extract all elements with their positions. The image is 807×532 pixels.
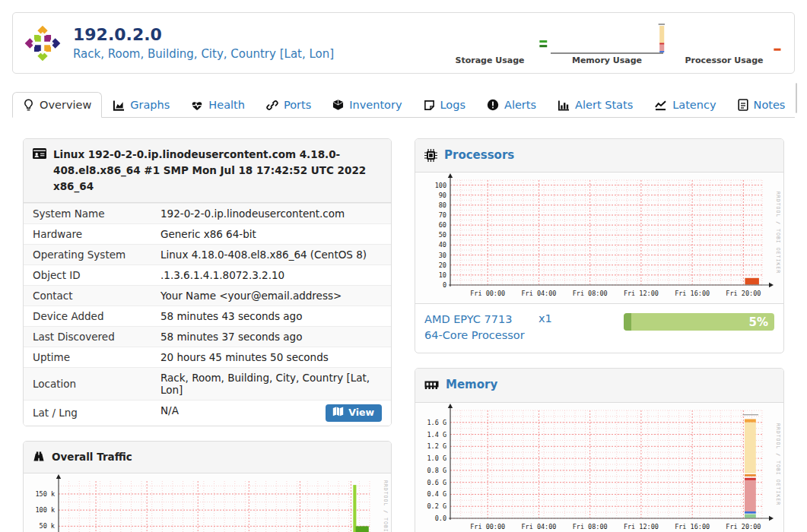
memory-panel-title: Memory — [446, 376, 497, 394]
cube-icon — [332, 99, 344, 111]
row-value: 192-0-2-0.ip.linodeusercontent.com — [151, 203, 391, 223]
spark-storage-icon — [432, 21, 548, 55]
svg-text:RRDTOOL / TOBI OETIKER: RRDTOOL / TOBI OETIKER — [775, 192, 781, 274]
svg-text:Fri 16:00: Fri 16:00 — [675, 523, 710, 530]
area-chart-icon — [113, 100, 125, 111]
overview-content: Linux 192-0-2-0.ip.linodeusercontent.com… — [0, 118, 807, 532]
table-row: Operating SystemLinux 4.18.0-408.el8.x86… — [24, 244, 391, 264]
row-value-text: 192-0-2-0.ip.linodeusercontent.com — [160, 207, 345, 220]
tab-logs[interactable]: Logs — [413, 92, 476, 118]
device-location-link[interactable]: Rack, Room, Building, City, Country [Lat… — [73, 47, 334, 62]
tab-alerts[interactable]: Alerts — [476, 92, 547, 118]
svg-text:100 k: 100 k — [35, 506, 55, 514]
tab-overview[interactable]: Overview — [12, 92, 102, 118]
spark-processor-icon — [666, 21, 782, 55]
heart-pulse-icon — [191, 100, 203, 111]
table-row: ContactYour Name <your@email.address> — [24, 285, 391, 306]
cpu-usage-label: 5% — [749, 315, 768, 329]
microchip-icon — [424, 149, 437, 162]
svg-text:80: 80 — [439, 201, 446, 209]
svg-text:Fri 04:00: Fri 04:00 — [521, 290, 556, 297]
row-value: 58 minutes 37 seconds ago — [151, 326, 391, 347]
tab-label: Inventory — [349, 99, 402, 111]
mini-graph-storage-usage[interactable]: Storage Usage — [432, 21, 548, 65]
row-label: Hardware — [24, 223, 151, 244]
cpu-name-line1: AMD EPYC 7713 — [424, 312, 539, 328]
tab-health[interactable]: Health — [180, 92, 256, 118]
processors-graph[interactable]: 0102030405060708090100Fri 00:00Fri 04:00… — [415, 173, 783, 303]
mini-graph-label: Memory Usage — [549, 55, 665, 65]
row-value: Your Name <your@email.address> — [151, 285, 391, 306]
svg-text:Fri 12:00: Fri 12:00 — [624, 290, 659, 297]
svg-text:60: 60 — [439, 221, 446, 229]
row-label: Last Discovered — [24, 326, 151, 347]
tab-graphs[interactable]: Graphs — [102, 92, 180, 118]
svg-text:1.6 G: 1.6 G — [427, 418, 446, 426]
svg-text:0.4 G: 0.4 G — [427, 490, 446, 498]
row-value-text: Generic x86 64-bit — [160, 228, 256, 240]
row-value: Generic x86 64-bit — [151, 223, 391, 244]
svg-text:150 k: 150 k — [35, 490, 55, 498]
system-info-table: System Name192-0-2-0.ip.linodeuserconten… — [24, 203, 391, 426]
table-row: Device Added58 minutes 43 seconds ago — [24, 306, 391, 326]
svg-text:50: 50 — [439, 232, 446, 239]
tab-alert-stats[interactable]: Alert Stats — [547, 92, 643, 118]
row-label: Operating System — [24, 244, 151, 264]
svg-text:30: 30 — [439, 252, 446, 259]
cpu-usage-bar: 5% — [624, 313, 774, 331]
tab-label: Health — [208, 99, 245, 111]
table-row: Uptime20 hours 45 minutes 50 seconds — [24, 347, 391, 367]
svg-text:RRDTOOL / TOBI OETIKER: RRDTOOL / TOBI OETIKER — [383, 480, 389, 532]
tab-notes[interactable]: Notes — [727, 92, 796, 118]
svg-text:Fri 00:00: Fri 00:00 — [470, 523, 505, 530]
cpu-name-line2: 64-Core Processor — [424, 328, 539, 344]
mini-graph-memory-usage[interactable]: Memory Usage — [549, 21, 665, 65]
system-heading-text: Linux 192-0-2-0.ip.linodeusercontent.com… — [53, 147, 382, 195]
settings-button[interactable] — [796, 84, 797, 112]
right-column: Processors 0102030405060708090100Fri 00:… — [415, 138, 784, 532]
row-label: Contact — [24, 285, 151, 306]
table-row: HardwareGeneric x86 64-bit — [24, 223, 391, 244]
tab-label: Latency — [672, 99, 716, 111]
svg-text:90: 90 — [439, 192, 446, 199]
row-value: .1.3.6.1.4.1.8072.3.2.10 — [151, 264, 391, 285]
device-tabbar: OverviewGraphsHealthPortsInventoryLogsAl… — [12, 81, 795, 118]
table-row: Object ID.1.3.6.1.4.1.8072.3.2.10 — [24, 264, 391, 285]
row-value-text: N/A — [160, 404, 179, 416]
map-icon — [332, 407, 344, 419]
memory-graph[interactable]: 0.00.2 G0.4 G0.6 G0.8 G1.0 G1.2 G1.4 G1.… — [415, 403, 783, 532]
view-location-button[interactable]: View — [326, 404, 382, 422]
link-icon — [266, 100, 278, 111]
processors-panel-title: Processors — [444, 147, 514, 164]
row-value: 58 minutes 43 seconds ago — [151, 306, 391, 326]
view-button-label: View — [348, 407, 374, 418]
svg-text:Fri 16:00: Fri 16:00 — [675, 290, 710, 297]
svg-text:Fri 00:00: Fri 00:00 — [470, 290, 505, 297]
svg-text:Fri 20:00: Fri 20:00 — [726, 290, 761, 297]
mini-graph-processor-usage[interactable]: Processor Usage — [666, 21, 782, 65]
table-row: System Name192-0-2-0.ip.linodeuserconten… — [24, 203, 391, 223]
cpu-usage-fill — [624, 313, 631, 331]
svg-text:0.6 G: 0.6 G — [427, 478, 446, 486]
svg-text:40: 40 — [439, 242, 446, 249]
svg-text:Fri 08:00: Fri 08:00 — [573, 290, 608, 297]
table-row: Lat / LngN/AView — [24, 400, 391, 426]
row-value: Linux 4.18.0-408.el8.x86_64 (CentOS 8) — [151, 244, 391, 264]
traffic-graph[interactable]: 050 k100 k150 kFri 00:00Fri 04:00Fri 08:… — [24, 473, 391, 532]
tab-actions-group — [796, 83, 797, 113]
row-value-text: 58 minutes 37 seconds ago — [160, 331, 302, 343]
mini-graph-label: Processor Usage — [666, 55, 782, 65]
tab-ports[interactable]: Ports — [256, 92, 322, 118]
device-header-card: 192.0.2.0 Rack, Room, Building, City, Co… — [12, 12, 795, 74]
mini-graph-label: Storage Usage — [432, 55, 548, 65]
memory-panel: Memory 0.00.2 G0.4 G0.6 G0.8 G1.0 G1.2 G… — [415, 368, 784, 532]
svg-text:0.2 G: 0.2 G — [427, 502, 446, 510]
cpu-name-link[interactable]: AMD EPYC 7713 64-Core Processor — [424, 312, 539, 344]
svg-text:Fri 08:00: Fri 08:00 — [573, 523, 608, 530]
svg-text:Fri 20:00: Fri 20:00 — [726, 523, 761, 530]
tab-latency[interactable]: Latency — [643, 92, 726, 118]
cpu-row: AMD EPYC 7713 64-Core Processor x1 5% — [415, 303, 783, 353]
tab-inventory[interactable]: Inventory — [322, 92, 412, 118]
left-column: Linux 192-0-2-0.ip.linodeusercontent.com… — [23, 138, 392, 532]
svg-text:RRDTOOL / TOBI OETIKER: RRDTOOL / TOBI OETIKER — [775, 423, 781, 505]
